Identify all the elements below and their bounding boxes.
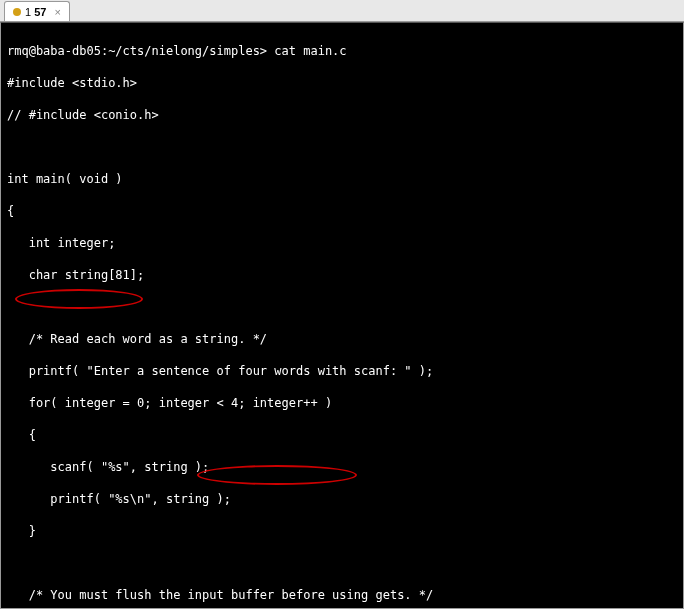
code-line: #include <stdio.h> — [7, 75, 677, 91]
code-line: } — [7, 523, 677, 539]
tab-bar: 1 57 × — [0, 0, 684, 22]
code-line: int integer; — [7, 235, 677, 251]
code-line: int main( void ) — [7, 171, 677, 187]
code-line — [7, 139, 677, 155]
code-line: /* Read each word as a string. */ — [7, 331, 677, 347]
code-line: for( integer = 0; integer < 4; integer++… — [7, 395, 677, 411]
code-line: { — [7, 203, 677, 219]
code-line: // #include <conio.h> — [7, 107, 677, 123]
code-line: /* You must flush the input buffer befor… — [7, 587, 677, 603]
tab-label: 1 57 — [25, 6, 46, 18]
code-line: { — [7, 427, 677, 443]
code-line: scanf( "%s", string ); — [7, 459, 677, 475]
code-line — [7, 299, 677, 315]
code-line: printf( "Enter a sentence of four words … — [7, 363, 677, 379]
terminal-tab[interactable]: 1 57 × — [4, 1, 70, 21]
terminal-output[interactable]: rmq@baba-db05:~/cts/nielong/simples> cat… — [0, 22, 684, 609]
prompt-line: rmq@baba-db05:~/cts/nielong/simples> cat… — [7, 43, 677, 59]
code-line: char string[81]; — [7, 267, 677, 283]
code-line: printf( "%s\n", string ); — [7, 491, 677, 507]
tab-status-dot-icon — [13, 8, 21, 16]
close-icon[interactable]: × — [54, 6, 60, 18]
code-line — [7, 555, 677, 571]
